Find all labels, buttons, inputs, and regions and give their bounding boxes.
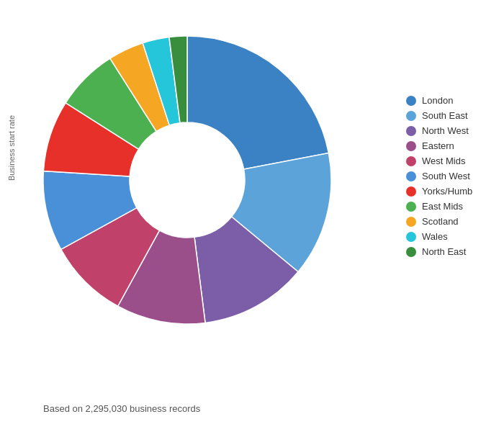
legend-dot — [406, 156, 416, 166]
legend-dot — [406, 202, 416, 212]
legend-dot — [406, 141, 416, 151]
legend-label: Scotland — [422, 216, 459, 227]
legend-item-eastern: Eastern — [403, 139, 504, 153]
legend-label: North West — [422, 125, 469, 136]
legend-label: South West — [422, 171, 470, 181]
legend-label: Yorks/Humb — [422, 186, 472, 197]
y-axis-label: Business start rate — [7, 115, 22, 181]
legend-label: East Mids — [422, 201, 463, 212]
legend-dot — [406, 111, 416, 121]
legend-dot — [406, 247, 416, 257]
legend-dot — [406, 232, 416, 242]
chart-legend: LondonSouth EastNorth WestEasternWest Mi… — [403, 94, 504, 258]
legend-item-scotland: Scotland — [403, 215, 504, 228]
legend-label: South East — [422, 110, 468, 121]
legend-dot — [406, 171, 416, 181]
pie-segment-london — [187, 36, 328, 169]
legend-label: Wales — [422, 231, 448, 242]
legend-dot — [406, 126, 416, 136]
legend-label: North East — [422, 246, 466, 257]
legend-dot — [406, 186, 416, 197]
legend-dot — [406, 96, 416, 106]
legend-item-yorks-humb: Yorks/Humb — [403, 184, 504, 198]
legend-item-south-west: South West — [403, 169, 504, 183]
pie-chart — [22, 14, 367, 360]
legend-item-south-east: South East — [403, 109, 504, 122]
legend-item-london: London — [403, 94, 504, 107]
legend-label: West Mids — [422, 156, 465, 166]
legend-item-east-mids: East Mids — [403, 199, 504, 213]
legend-item-north-east: North East — [403, 245, 504, 258]
legend-item-wales: Wales — [403, 230, 504, 243]
legend-label: Eastern — [422, 140, 454, 151]
footer-text: Based on 2,295,030 business records — [43, 403, 200, 414]
legend-label: London — [422, 95, 453, 106]
legend-dot — [406, 217, 416, 227]
legend-item-north-west: North West — [403, 124, 504, 138]
legend-item-west-mids: West Mids — [403, 154, 504, 168]
